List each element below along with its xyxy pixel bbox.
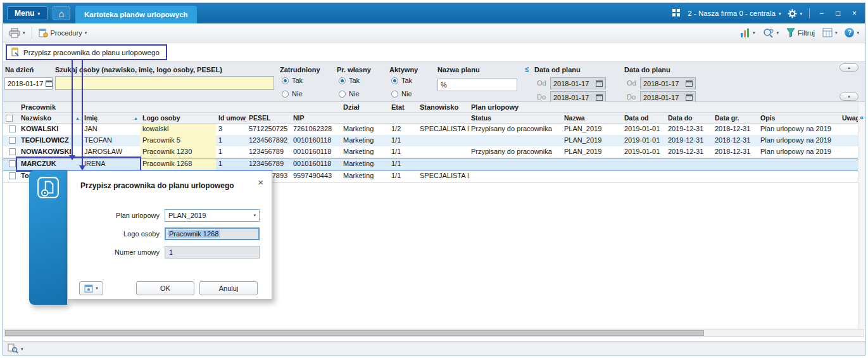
less-equal-operator-icon[interactable]: ≤ xyxy=(525,65,529,73)
group-plan-urlopowy[interactable]: Plan urlopowy xyxy=(469,102,865,112)
aktywny-tak-radio[interactable]: Tak xyxy=(391,77,412,84)
header-nazwa[interactable]: Nazwa xyxy=(562,113,622,123)
statusbar: ▾ xyxy=(3,341,865,355)
do-label: Do xyxy=(537,93,546,101)
help-button[interactable]: ?▾ xyxy=(845,28,859,37)
calendar-icon[interactable] xyxy=(686,94,693,101)
header-nip[interactable]: NIP xyxy=(291,113,341,123)
search-options-button[interactable]: ▾ xyxy=(763,28,779,38)
calendar-icon[interactable] xyxy=(686,80,693,87)
calendar-icon[interactable] xyxy=(46,80,53,87)
header-imie[interactable]: Imię▲ xyxy=(82,113,140,123)
pr-wlasny-nie-radio[interactable]: Nie xyxy=(339,90,360,98)
procedury-button[interactable]: Procedury▾ xyxy=(39,28,87,38)
cell-pesel: 1234567892 xyxy=(246,135,291,146)
company-selector[interactable]: 2 - Nasza firma 0 - centrala▾ xyxy=(688,10,781,17)
annotation-highlight-rect xyxy=(16,157,141,172)
select-value: PLAN_2019 xyxy=(168,212,206,219)
calendar-icon[interactable] xyxy=(596,80,603,87)
data-od-planu-od-input[interactable]: 2018-01-17 xyxy=(550,77,606,89)
cell-status: Przypisany do pracownika xyxy=(469,124,562,135)
cell-dzial: Marketing xyxy=(341,135,389,146)
filtruj-button[interactable]: Filtruj xyxy=(786,28,815,37)
group-etat[interactable]: Etat xyxy=(389,102,417,112)
scrollbar-thumb[interactable] xyxy=(5,330,704,336)
cell-imie: JAN xyxy=(82,124,140,135)
collapse-side-panel-icon[interactable]: « xyxy=(860,113,864,121)
aktywny-nie-radio[interactable]: Nie xyxy=(391,90,412,98)
row-checkbox[interactable] xyxy=(9,148,16,155)
ok-button[interactable]: OK xyxy=(136,281,194,295)
modules-grid-icon[interactable] xyxy=(672,8,681,18)
header-data-od[interactable]: Data od xyxy=(622,113,665,123)
anuluj-button[interactable]: Anuluj xyxy=(199,281,258,295)
settings-gear-button[interactable]: ▾ xyxy=(788,9,802,18)
data-do-planu-od-input[interactable]: 2018-01-17 xyxy=(640,77,696,89)
cell-opis: Plan urlopowy na 2019 xyxy=(758,124,840,135)
quick-search-icon[interactable] xyxy=(8,343,18,355)
na-dzien-input[interactable]: 2018-01-17 xyxy=(4,77,53,90)
cell-id-umowy: 1 xyxy=(216,158,246,170)
titlebar: Menu▾ ⌂ Kartoteka planów urlopowych 2 - … xyxy=(3,3,865,23)
chevron-down-icon: ▾ xyxy=(253,213,256,218)
row-checkbox[interactable] xyxy=(9,160,16,167)
group-pracownik[interactable]: Pracownik xyxy=(3,102,341,112)
row-checkbox[interactable] xyxy=(9,137,16,144)
tab-kartoteka-planow-urlopowych[interactable]: Kartoteka planów urlopowych xyxy=(75,6,197,23)
cell-nazwa: PLAN_2019 xyxy=(562,124,622,135)
close-button[interactable]: × xyxy=(850,9,859,18)
calendar-icon[interactable] xyxy=(596,94,603,101)
table-row[interactable]: KOWALSKIJANkowalski357122507257261062328… xyxy=(3,124,865,135)
collapse-filter-button[interactable]: ▴ xyxy=(840,63,859,72)
home-button[interactable]: ⌂ xyxy=(53,6,70,20)
annotation-arrow-line xyxy=(82,60,83,165)
help-icon: ? xyxy=(845,28,854,37)
cell-nazwa xyxy=(562,170,622,182)
header-logo-osoby[interactable]: Logo osoby xyxy=(140,113,216,123)
expand-filter-button[interactable]: ▾ xyxy=(840,93,859,101)
row-checkbox[interactable] xyxy=(9,172,16,179)
grid-icon xyxy=(822,28,833,37)
dialog-title: Przypisz pracownika do planu urlopowego xyxy=(80,181,234,190)
header-data-do[interactable]: Data do xyxy=(665,113,712,123)
logo-osoby-input[interactable]: Pracownik 1268 xyxy=(165,227,260,240)
cell-stanowisko: SPECJALISTA D xyxy=(417,170,469,182)
print-button[interactable]: ▾ xyxy=(9,28,25,38)
radio-selected-icon xyxy=(282,77,289,84)
szukaj-input[interactable] xyxy=(55,76,274,90)
pr-wlasny-tak-radio[interactable]: Tak xyxy=(339,77,360,84)
zatrudniony-nie-radio[interactable]: Nie xyxy=(282,90,303,98)
header-opis[interactable]: Opis xyxy=(758,113,840,123)
gear-icon xyxy=(788,9,797,18)
table-row[interactable]: TEOFILOWICZTEOFANPracownik 5112345678920… xyxy=(3,135,865,146)
maximize-button[interactable]: □ xyxy=(833,9,843,18)
group-dzial[interactable]: Dział xyxy=(341,102,389,112)
header-id-umowy[interactable]: Id umowy xyxy=(216,113,246,123)
nazwa-planu-input[interactable]: % xyxy=(437,79,517,91)
cell-status: Przypisany do pracownika xyxy=(469,146,562,158)
radio-icon xyxy=(339,91,346,98)
row-checkbox[interactable] xyxy=(9,125,16,132)
minimize-button[interactable]: − xyxy=(817,9,826,18)
date-value: 2018-01-17 xyxy=(643,94,679,101)
table-group-header: Pracownik Dział Etat Stanowisko Plan url… xyxy=(3,102,865,113)
dialog-settings-button[interactable]: ▾ xyxy=(79,281,103,295)
cell-opis xyxy=(758,170,840,182)
chart-button[interactable]: ▾ xyxy=(740,28,755,38)
group-stanowisko[interactable]: Stanowisko xyxy=(417,102,469,112)
grid-settings-button[interactable]: ▾ xyxy=(822,28,838,37)
titlebar-right-cluster: 2 - Nasza firma 0 - centrala▾ ▾ − □ × xyxy=(672,8,865,18)
select-all-checkbox[interactable] xyxy=(6,115,13,122)
header-pesel[interactable]: PESEL xyxy=(246,113,291,123)
header-data-gr[interactable]: Data gr. xyxy=(712,113,758,123)
chevron-down-icon: ▾ xyxy=(857,30,859,35)
horizontal-scrollbar[interactable] xyxy=(4,329,864,337)
table-column-header: Nazwisko▲ Imię▲ Logo osoby Id umowy PESE… xyxy=(3,113,865,124)
menu-button[interactable]: Menu▾ xyxy=(7,6,47,20)
header-status[interactable]: Status xyxy=(469,113,562,123)
dialog-close-icon[interactable]: × xyxy=(258,177,263,188)
zatrudniony-tak-radio[interactable]: Tak xyxy=(282,77,303,84)
plan-urlopowy-select[interactable]: PLAN_2019▾ xyxy=(165,209,260,222)
chevron-down-icon: ▾ xyxy=(85,30,87,35)
cell-dzial: Marketing xyxy=(341,146,389,158)
